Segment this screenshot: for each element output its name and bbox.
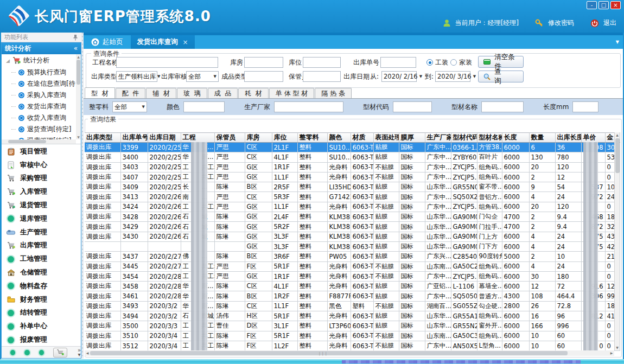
cell[interactable]: 0366-1.2 [451, 143, 477, 152]
cell[interactable]: 方管38... [477, 143, 502, 152]
cell[interactable]: 3494 [120, 311, 148, 321]
cell[interactable]: 普通方... [477, 291, 502, 301]
cell[interactable]: LT3P60 [327, 321, 351, 331]
sidebar-item-1[interactable]: 项目管理 [2, 145, 81, 158]
cell[interactable]: 2020/3/3 [148, 321, 181, 331]
cell[interactable]: 3512 [120, 341, 148, 350]
cell[interactable]: 调拨出库 [85, 331, 120, 341]
cell[interactable]: 山东华... [425, 222, 451, 232]
table-row[interactable]: 调拨出库34292020/2/26石 城陈琳G区5R2F整料KLM3817606… [85, 222, 620, 232]
cell[interactable]: 不贴膜 [373, 271, 399, 281]
cell[interactable]: ZYCJP5... [451, 172, 477, 182]
cell[interactable]: KLM3817 [327, 232, 351, 241]
grid-vertical-scrollbar[interactable]: ▲ ▼ [614, 132, 620, 350]
module-dot-icon[interactable] [10, 350, 15, 355]
cell[interactable]: 整料 [297, 321, 327, 331]
cell[interactable]: 4700 [502, 212, 529, 222]
cell[interactable]: 3407 [120, 172, 148, 182]
keeper-input[interactable] [303, 71, 341, 82]
cell[interactable]: 国标 [399, 241, 425, 251]
cell[interactable]: 2020/3/2 [148, 311, 181, 321]
table-row[interactable]: 调拨出库34002020/2/25华 原...严思C区4L1F整料SU10...… [85, 152, 620, 162]
cell[interactable]: 广东中... [425, 202, 451, 212]
cell[interactable]: 36 [555, 143, 581, 152]
table-row[interactable]: 调拨出库34932020/3/2华 原...陈琳C区1L1F整料黑色塑料不贴膜国… [85, 301, 620, 311]
cell[interactable]: 门下方 [477, 241, 502, 251]
cell[interactable]: 山东南... [425, 331, 451, 341]
cell[interactable]: 光身料 [327, 271, 351, 281]
cell[interactable]: 严思 [214, 271, 245, 281]
cell[interactable]: 幕墙全... [477, 282, 502, 291]
cell[interactable]: 6063-T5 [351, 143, 373, 152]
cell[interactable]: 72 [555, 282, 581, 291]
cell[interactable]: 4 [529, 232, 555, 241]
cell[interactable]: 72.8 [555, 301, 581, 311]
cell[interactable]: ZYBY607 [451, 152, 477, 162]
radio-unchecked-icon[interactable] [450, 59, 457, 66]
cell[interactable]: 6000 [502, 152, 529, 162]
cell[interactable]: 不贴膜 [373, 162, 399, 172]
table-row[interactable]: 调拨出库34072020/2/25工 共工程严思G区1L1F整料光身料6063-… [85, 172, 620, 182]
cell[interactable]: 国标 [399, 222, 425, 232]
cell[interactable]: 整料 [297, 212, 327, 222]
cell[interactable]: 窗不带... [477, 182, 502, 192]
column-header[interactable]: 数量 [529, 133, 555, 143]
cell[interactable]: 调拨出库 [85, 311, 120, 321]
cell[interactable]: 1L1F [272, 172, 297, 182]
scroll-thumb[interactable] [8, 140, 46, 143]
cell[interactable]: 24 [555, 261, 581, 271]
cell[interactable]: 陈琳 [214, 282, 245, 291]
cell[interactable]: 调拨出库 [85, 282, 120, 291]
material-tab-1[interactable]: 型 材 [85, 87, 115, 98]
cell[interactable]: 2020/2/27 [148, 252, 181, 261]
cell[interactable]: 组角码... [477, 261, 502, 271]
cell[interactable]: 严思 [214, 143, 245, 152]
cell[interactable]: 2020/2/28 [148, 271, 181, 281]
cell[interactable]: 整料 [297, 192, 327, 202]
cell[interactable]: 6000 [502, 162, 529, 172]
scroll-down-icon[interactable]: ▼ [76, 135, 81, 139]
cell[interactable]: C区 [245, 301, 272, 311]
cell[interactable]: SQ50X2... [451, 192, 477, 202]
cell[interactable] [120, 241, 148, 251]
cell[interactable]: 山东南... [425, 261, 451, 271]
cell[interactable]: 整料 [297, 271, 327, 281]
sidebar-item-13[interactable]: 结转管理 [2, 306, 81, 320]
cell[interactable]: 3493 [120, 301, 148, 311]
cell[interactable]: 54 [555, 182, 581, 192]
cell[interactable]: 国标 [399, 341, 425, 350]
radio-jiazhuang[interactable]: 家装 [450, 57, 472, 68]
column-header[interactable]: 出库单号 [120, 133, 148, 143]
column-header[interactable]: 表面处理 [373, 133, 399, 143]
cell[interactable] [214, 241, 245, 251]
table-row[interactable]: 调拨出库34452020/2/27工 共工程严思F区5R1F整料光身料6063-… [85, 261, 620, 271]
cell[interactable]: 广东中... [425, 172, 451, 182]
cell[interactable]: 3458 [120, 282, 148, 291]
cell[interactable]: 严思 [214, 202, 245, 212]
cell[interactable]: 30 [529, 271, 555, 281]
cell[interactable]: 6000 [502, 172, 529, 182]
cell[interactable]: 贴膜 [373, 152, 399, 162]
material-tab-8[interactable]: 隔 热 条 [315, 88, 352, 98]
cell[interactable]: B区 [245, 252, 272, 261]
cell[interactable]: 光身料 [327, 311, 351, 321]
cell[interactable]: 2800 [502, 301, 529, 311]
cell[interactable]: 贴膜 [373, 321, 399, 331]
cell[interactable]: F8877FT [327, 291, 351, 301]
cell[interactable]: GA90M07. [451, 222, 477, 232]
cell[interactable]: 整料 [297, 162, 327, 172]
cell[interactable]: 24 [555, 192, 581, 202]
cell[interactable]: 调拨出库 [85, 202, 120, 212]
cell[interactable]: 整料 [297, 282, 327, 291]
cell[interactable]: 6000 [502, 271, 529, 281]
cell[interactable]: C区 [245, 152, 272, 162]
table-row[interactable]: 调拨出库34282020/2/26石 城陈琳G区2L4F整料KLM3817606… [85, 212, 620, 222]
cell[interactable]: 组角码... [477, 271, 502, 281]
cell[interactable]: 不贴膜 [373, 341, 399, 350]
cell[interactable]: 60 [555, 341, 581, 350]
cell[interactable]: 组角码... [477, 202, 502, 212]
cell[interactable]: 门上方 [477, 232, 502, 241]
cell[interactable]: GA50C27 [451, 261, 477, 271]
cell[interactable]: 1R1F [272, 271, 297, 281]
sidebar-item-7[interactable]: 生产管理 [2, 226, 81, 239]
